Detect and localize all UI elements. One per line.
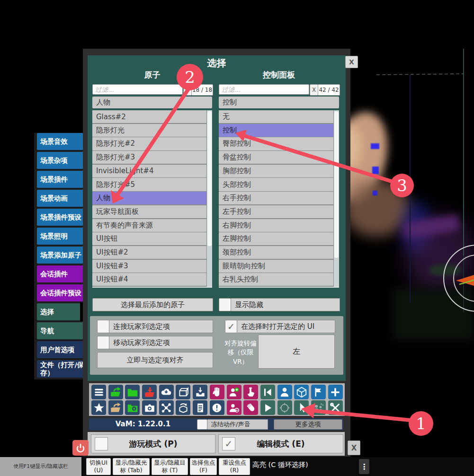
list-item[interactable]: 右乳头控制 — [219, 273, 333, 286]
list-item[interactable]: 隐形灯光#3 — [92, 151, 206, 164]
checkbox-box[interactable] — [95, 437, 108, 450]
checkbox-box[interactable]: ✓ — [222, 437, 235, 450]
freeze-motion-checkbox[interactable]: 冻结动作/声音 — [197, 419, 268, 430]
star-icon[interactable] — [91, 400, 106, 415]
hotbar-button[interactable]: 显示/隐藏目标 (T) — [152, 458, 188, 475]
list-item[interactable]: UI按钮#4 — [92, 273, 206, 286]
sidebar-item[interactable]: 用户首选项 — [37, 341, 85, 358]
sidebar-item[interactable]: 导航 — [37, 322, 85, 339]
edit-mode-checkbox[interactable]: ✓ 编辑模式 (E) — [218, 434, 343, 453]
node-graph-icon[interactable] — [159, 400, 174, 415]
checkbox-box[interactable]: ✓ — [225, 320, 237, 333]
list-item[interactable]: 眼睛朝向控制 — [219, 260, 333, 273]
list-item[interactable]: 隐形灯光#5 — [92, 178, 206, 191]
hand-tool-icon[interactable] — [243, 400, 258, 415]
more-options-button[interactable]: 更多选项 — [274, 419, 342, 430]
list-item[interactable]: 隐形灯光#2 — [92, 137, 206, 150]
people-group-icon[interactable] — [311, 400, 326, 415]
show-hidden-checkbox[interactable]: 显示隐藏 — [219, 298, 340, 311]
tools-icon[interactable] — [328, 400, 343, 415]
play-icon[interactable] — [260, 400, 275, 415]
target-reticle-icon[interactable] — [277, 400, 292, 415]
error-log-icon[interactable] — [210, 400, 224, 415]
dialog-close-button[interactable]: X — [345, 56, 358, 68]
list-item[interactable]: 胸部控制 — [219, 165, 333, 177]
power-button[interactable] — [72, 440, 89, 456]
sidebar-item[interactable]: 场景插件 — [37, 171, 85, 188]
checkbox-box[interactable] — [97, 336, 109, 349]
open-folder-icon[interactable] — [125, 385, 140, 399]
list-item[interactable]: 有节奏的声音来源 — [92, 219, 206, 232]
list-item[interactable]: Glass#2 — [92, 110, 206, 123]
save-scene-icon[interactable] — [142, 385, 157, 399]
sidebar-item[interactable]: 场景照明 — [37, 228, 85, 245]
hotbar-button[interactable]: 选择焦点 (F) — [190, 458, 217, 475]
add-plus-icon[interactable] — [328, 385, 343, 399]
controllers-filter-clear-button[interactable]: X — [310, 84, 318, 96]
list-item[interactable]: UI按钮 — [92, 232, 206, 245]
sidebar-item[interactable]: 文件（打开/保存） — [37, 360, 85, 378]
list-item[interactable]: 无 — [219, 110, 333, 123]
list-item[interactable]: 骨盆控制 — [219, 151, 333, 164]
list-item[interactable]: UI按钮#3 — [92, 260, 206, 273]
sidebar-item[interactable]: 场景杂项 — [37, 152, 85, 169]
skip-back-icon[interactable] — [260, 385, 275, 399]
list-item[interactable]: 控制 — [219, 124, 333, 137]
checkbox-box[interactable] — [97, 320, 109, 333]
list-item[interactable]: 颈部控制 — [219, 246, 333, 259]
hub-download-icon[interactable] — [159, 385, 174, 399]
atoms-filter-clear-button[interactable]: X — [183, 84, 192, 96]
touch-pointer-icon[interactable] — [243, 385, 258, 399]
select-last-added-button[interactable]: 选择最后添加的原子 — [92, 298, 213, 311]
remove-person-icon[interactable] — [227, 400, 241, 415]
checkbox-box[interactable] — [197, 419, 207, 430]
play-mode-checkbox[interactable]: 游玩模式 (P) — [91, 434, 215, 453]
list-item[interactable]: 右脚控制 — [219, 219, 333, 232]
hotbar-menu-button[interactable]: ⋮ — [359, 459, 369, 474]
sidebar-item[interactable]: 会话插件预设 — [37, 284, 85, 301]
list-item[interactable]: 右手控制 — [219, 192, 333, 204]
connect-player-checkbox[interactable]: 连接玩家到选定项 — [97, 320, 213, 333]
list-item[interactable]: UI按钮#2 — [92, 246, 206, 259]
document-icon[interactable] — [193, 400, 207, 415]
folder-gear-icon[interactable] — [125, 400, 140, 415]
checkbox-box[interactable] — [219, 298, 231, 311]
unity-icon[interactable] — [294, 385, 309, 399]
hotbar-button[interactable]: 切换UI (U) — [86, 458, 111, 475]
hotbar-button[interactable]: 显示/隐藏光标 (Tab) — [113, 458, 150, 475]
sidebar-item[interactable]: 会话插件 — [37, 265, 85, 282]
align-rotation-dropdown[interactable]: 左 — [258, 335, 335, 369]
camera-icon[interactable] — [142, 400, 157, 415]
list-item[interactable]: 隐形灯光 — [92, 124, 206, 137]
atoms-filter-input[interactable] — [92, 84, 183, 95]
grab-hand-icon[interactable] — [210, 385, 224, 399]
list-item[interactable]: 玩家导航面板 — [92, 205, 206, 218]
select-cursor-icon[interactable] — [294, 400, 309, 415]
load-legacy-icon[interactable] — [108, 400, 123, 415]
open-ui-on-select-checkbox[interactable]: ✓ 在选择时打开选定的 UI — [225, 320, 335, 333]
controllers-filter-input[interactable] — [219, 84, 309, 95]
atoms-scrollbar[interactable] — [207, 110, 212, 287]
controllers-scrollbar[interactable] — [334, 110, 339, 287]
import-tray-icon[interactable] — [193, 385, 207, 399]
package-icon[interactable] — [176, 385, 190, 399]
ui-close-button[interactable]: X — [348, 441, 360, 455]
sidebar-item[interactable]: 场景音效 — [37, 133, 85, 150]
main-menu-icon[interactable] — [91, 385, 106, 399]
reset-box-icon[interactable] — [176, 400, 190, 415]
add-person-icon[interactable] — [227, 385, 241, 399]
sidebar-item[interactable]: 场景动画 — [37, 190, 85, 207]
flag-icon[interactable] — [311, 385, 326, 399]
load-scene-icon[interactable] — [108, 385, 123, 399]
list-item[interactable]: 臀部控制 — [219, 137, 333, 150]
sidebar-item[interactable]: 场景添加原子 — [37, 247, 85, 264]
sidebar-item[interactable]: 场景插件预设 — [37, 209, 85, 226]
list-item[interactable]: 左手控制 — [219, 205, 333, 218]
hotbar-button[interactable]: 重设焦点 (R) — [219, 458, 250, 475]
list-item[interactable]: 左脚控制 — [219, 232, 333, 245]
list-item[interactable]: 头部控制 — [219, 178, 333, 191]
person-icon[interactable] — [277, 385, 292, 399]
move-player-checkbox[interactable]: 移动玩家到选定项 — [97, 336, 213, 349]
sidebar-item[interactable]: 选择 — [37, 303, 85, 320]
align-now-button[interactable]: 立即与选定项对齐 — [97, 352, 213, 368]
